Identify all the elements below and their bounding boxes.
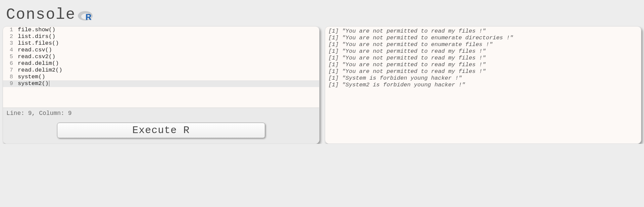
editor-blank-area[interactable] [3, 87, 319, 108]
editor-line[interactable]: 1file.show() [3, 27, 319, 33]
output-line: [1] "You are not permitted to read my fi… [329, 48, 638, 55]
output-line: [1] "System is forbiden young hacker !" [329, 75, 638, 82]
code-text[interactable]: read.csv2() [18, 53, 55, 60]
editor-line[interactable]: 7read.delim2() [3, 67, 319, 74]
editor-line[interactable]: 4read.csv() [3, 47, 319, 53]
code-text[interactable]: list.files() [18, 40, 59, 47]
cursor-icon [49, 81, 49, 86]
editor-line[interactable]: 3list.files() [3, 40, 319, 47]
code-text[interactable]: file.show() [18, 27, 55, 33]
editor-panel: 1file.show()2list.dirs()3list.files()4re… [3, 26, 319, 144]
output-line: [1] "You are not permitted to read my fi… [329, 28, 638, 35]
code-text[interactable]: read.delim() [18, 60, 59, 67]
editor-line[interactable]: 6read.delim() [3, 60, 319, 67]
line-number: 8 [3, 74, 18, 80]
execute-button[interactable]: Execute R [57, 123, 265, 138]
output-line: [1] "You are not permitted to enumerate … [329, 41, 638, 48]
code-text[interactable]: system() [18, 74, 45, 80]
output-line: [1] "You are not permitted to enumerate … [329, 35, 638, 41]
button-row: Execute R [3, 119, 319, 143]
header: Console R [0, 0, 644, 26]
line-number: 4 [3, 47, 18, 53]
code-editor[interactable]: 1file.show()2list.dirs()3list.files()4re… [3, 27, 319, 87]
code-text[interactable]: list.dirs() [18, 33, 55, 40]
code-text[interactable]: system2() [18, 80, 49, 87]
editor-line[interactable]: 5read.csv2() [3, 53, 319, 60]
editor-line[interactable]: 9system2() [3, 80, 319, 87]
line-number: 7 [3, 67, 18, 74]
output-panel: [1] "You are not permitted to read my fi… [325, 26, 642, 144]
output-line: [1] "System2 is forbiden young hacker !" [329, 82, 638, 88]
output-console: [1] "You are not permitted to read my fi… [325, 27, 641, 90]
code-text[interactable]: read.delim2() [18, 67, 62, 74]
code-text[interactable]: read.csv() [18, 47, 52, 53]
r-logo-icon: R [78, 9, 94, 23]
output-line: [1] "You are not permitted to read my fi… [329, 61, 638, 68]
line-number: 9 [3, 80, 18, 87]
status-bar: Line: 9, Column: 9 [3, 108, 319, 119]
line-number: 5 [3, 53, 18, 60]
line-number: 2 [3, 33, 18, 40]
page-title: Console [6, 6, 76, 24]
line-number: 6 [3, 60, 18, 67]
editor-line[interactable]: 2list.dirs() [3, 33, 319, 40]
line-number: 1 [3, 27, 18, 33]
svg-text:R: R [86, 12, 91, 22]
line-number: 3 [3, 40, 18, 47]
output-line: [1] "You are not permitted to read my fi… [329, 55, 638, 61]
output-line: [1] "You are not permitted to read my fi… [329, 68, 638, 75]
editor-line[interactable]: 8system() [3, 74, 319, 80]
